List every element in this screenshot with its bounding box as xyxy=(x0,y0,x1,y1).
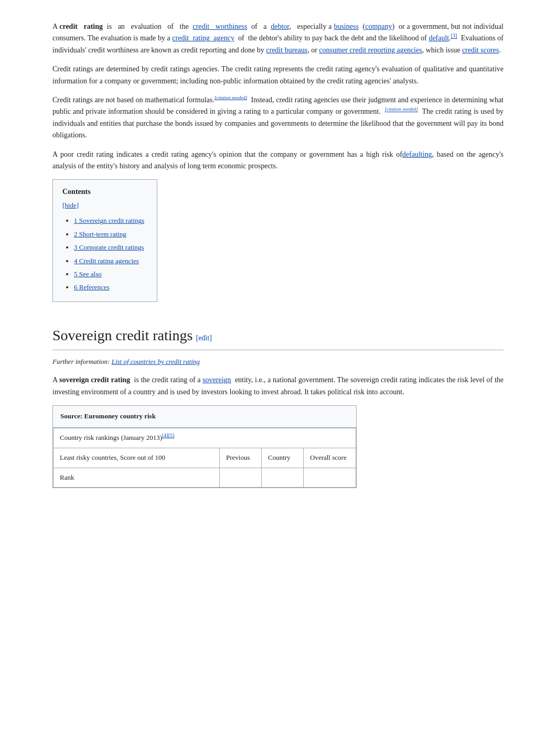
contents-item-5: 5 See also xyxy=(74,268,147,280)
table-row-1: Rank xyxy=(54,468,356,488)
euromoney-table-container: Source: Euromoney country risk Country r… xyxy=(52,405,357,488)
contents-link-3[interactable]: 3 Corporate credit ratings xyxy=(74,243,144,251)
contents-link-4[interactable]: 4 Credit rating agencies xyxy=(74,257,139,265)
intro-paragraph-1: A credit rating is an evaluation of the … xyxy=(52,21,504,56)
sovereign-section-heading: Sovereign credit ratings[edit] xyxy=(52,324,504,350)
further-info-prefix: Further information: xyxy=(52,358,112,365)
col-least-risky: Least risky countries, Score out of 100 xyxy=(54,448,220,468)
table-header-row-1: Country risk rankings (January 2013)[4][… xyxy=(54,428,356,448)
table-overall-cell-1 xyxy=(304,468,356,488)
col-previous: Previous xyxy=(220,448,262,468)
contents-link-1[interactable]: 1 Sovereign credit ratings xyxy=(74,217,144,224)
contents-link-2[interactable]: 2 Short-term rating xyxy=(74,230,126,238)
contents-hide-toggle[interactable]: [hide] xyxy=(62,200,147,211)
col-overall-score: Overall score xyxy=(304,448,356,468)
link-company[interactable]: company xyxy=(365,23,392,30)
table-rank-cell: Rank xyxy=(54,468,220,488)
table-header-title: Country risk rankings (January 2013) xyxy=(60,434,162,441)
bold-credit: credit rating xyxy=(59,23,103,30)
intro-paragraph-3: Credit ratings are not based on mathemat… xyxy=(52,94,504,142)
link-consumer-credit[interactable]: consumer credit reporting agencies xyxy=(319,46,422,54)
table-prev-cell-1 xyxy=(220,468,262,488)
table-source-row: Source: Euromoney country risk xyxy=(53,406,356,428)
col-country: Country xyxy=(262,448,304,468)
para3-text: Credit ratings are not based on mathemat… xyxy=(52,96,215,104)
further-info-link[interactable]: List of countries by credit rating xyxy=(112,358,200,365)
link-credit-rating-agency[interactable]: credit rating agency xyxy=(172,34,234,42)
table-title-cell: Country risk rankings (January 2013)[4][… xyxy=(54,428,356,448)
table-country-cell-1 xyxy=(262,468,304,488)
contents-item-6: 6 References xyxy=(74,282,147,293)
contents-item-1: 1 Sovereign credit ratings xyxy=(74,215,147,226)
link-business[interactable]: business xyxy=(334,23,358,30)
further-information: Further information: List of countries b… xyxy=(52,357,504,368)
link-credit-scores[interactable]: credit scores xyxy=(462,46,499,54)
intro-paragraph-4: A poor credit rating indicates a credit … xyxy=(52,149,504,172)
contents-item-4: 4 Credit rating agencies xyxy=(74,255,147,267)
contents-link-6[interactable]: 6 References xyxy=(74,283,110,291)
sovereign-bold: sovereign credit rating xyxy=(59,376,130,384)
contents-item-2: 2 Short-term rating xyxy=(74,229,147,240)
citation-needed-1[interactable]: [citation needed] xyxy=(215,95,247,100)
link-default[interactable]: default xyxy=(429,34,449,42)
contents-list: 1 Sovereign credit ratings 2 Short-term … xyxy=(62,215,147,293)
link-sovereign[interactable]: sovereign xyxy=(202,376,231,384)
contents-title: Contents xyxy=(62,186,147,198)
sovereign-heading-text: Sovereign credit ratings xyxy=(52,327,192,343)
link-credit-worthiness[interactable]: credit worthiness xyxy=(192,23,247,30)
link-debtor[interactable]: debtor xyxy=(271,23,289,30)
ref-3[interactable]: [3] xyxy=(451,33,457,39)
sovereign-paragraph-1: A sovereign credit rating is the credit … xyxy=(52,374,504,398)
link-credit-bureaus[interactable]: credit bureaus xyxy=(266,46,307,54)
contents-link-5[interactable]: 5 See also xyxy=(74,270,102,278)
contents-item-3: 3 Corporate credit ratings xyxy=(74,242,147,253)
ref-4-5[interactable]: [4][5] xyxy=(162,433,174,438)
table-header-sup: [4][5] xyxy=(162,433,174,438)
country-risk-table: Country risk rankings (January 2013)[4][… xyxy=(53,428,356,488)
intro-paragraph-2: Credit ratings are determined by credit … xyxy=(52,63,504,87)
table-column-headers: Least risky countries, Score out of 100 … xyxy=(54,448,356,468)
contents-box: Contents [hide] 1 Sovereign credit ratin… xyxy=(52,179,157,302)
link-defaulting[interactable]: defaulting xyxy=(402,150,432,158)
citation-needed-2[interactable]: [citation needed] xyxy=(385,107,418,112)
sovereign-edit-link[interactable]: [edit] xyxy=(196,334,211,342)
